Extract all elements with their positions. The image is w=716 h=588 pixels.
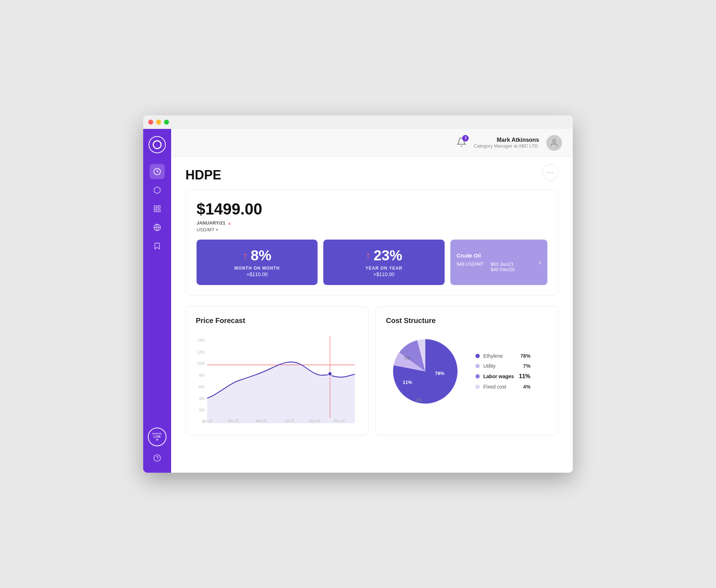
fixed-cost-dot (475, 385, 480, 389)
crude-oil-card[interactable]: Crude Oil $49 USD/MT $63 Jan/21 $40 Dec/… (450, 240, 547, 285)
utility-pct: 7% (518, 363, 531, 369)
svg-point-8 (553, 140, 556, 143)
user-role: Category Manager at ABC LTD. (474, 143, 539, 149)
crude-value-2: $63 Jan/21 $40 Dec/20 (491, 261, 515, 272)
svg-text:May-20: May-20 (256, 419, 267, 423)
mom-amount: +$110.00 (247, 271, 268, 277)
svg-rect-2 (154, 206, 156, 208)
topbar: 3 Mark Atkinsons Category Manager at ABC… (171, 129, 573, 157)
yoy-label: YEAR ON YEAR (366, 266, 402, 271)
pie-section: 78% 7% 11% 4% Ethylene 78% (386, 332, 548, 411)
sidebar-bottom: BEROE LiVE Ai (148, 428, 166, 466)
price-forecast-title: Price Forecast (196, 317, 358, 325)
sidebar-item-dashboard[interactable] (150, 164, 165, 179)
crude-value-1: $49 USD/MT (457, 261, 484, 272)
title-bar (143, 115, 573, 129)
cost-structure-title: Cost Structure (386, 317, 548, 325)
mom-arrow-icon: ↑ (243, 250, 248, 261)
pie-legend: Ethylene 78% Utility 7% (475, 353, 531, 390)
price-cards-row: ↑ 8% MONTH ON MONTH +$110.00 ↑ 23% (197, 240, 547, 285)
beroe-live-badge[interactable]: BEROE LiVE Ai (148, 428, 166, 446)
line-chart: 0 200 400 600 800 1000 1200 1400 (196, 332, 358, 425)
price-forecast-card: Price Forecast 0 200 400 600 800 1000 12… (185, 306, 368, 435)
legend-fixed-cost: Fixed cost 4% (475, 384, 531, 390)
app-window: BEROE LiVE Ai (143, 115, 573, 473)
yoy-percentage: ↑ 23% (366, 247, 402, 264)
mom-label: MONTH ON MONTH (234, 266, 280, 271)
year-on-year-card: ↑ 23% YEAR ON YEAR +$110.00 (323, 240, 444, 285)
sidebar-item-help[interactable] (150, 450, 165, 466)
sidebar: BEROE LiVE Ai (143, 129, 171, 473)
ethylene-dot (475, 354, 480, 358)
user-info: Mark Atkinsons Category Manager at ABC L… (474, 137, 539, 149)
svg-rect-4 (154, 209, 156, 212)
sidebar-item-cube[interactable] (150, 183, 165, 198)
svg-text:800: 800 (199, 373, 204, 377)
legend-ethylene: Ethylene 78% (475, 353, 531, 359)
page-area: HDPE ⋯ $1499.00 JANUARY/21 ▲ USD/MT ▾ (171, 157, 573, 473)
svg-text:7%: 7% (404, 356, 411, 361)
page-title: HDPE (185, 168, 221, 183)
sidebar-item-globe[interactable] (150, 220, 165, 235)
more-options-button[interactable]: ⋯ (542, 164, 558, 180)
main-content: 3 Mark Atkinsons Category Manager at ABC… (171, 129, 573, 473)
notification-count: 3 (462, 135, 469, 141)
yoy-arrow-icon: ↑ (366, 250, 371, 261)
crude-values: $49 USD/MT $63 Jan/21 $40 Dec/20 (457, 261, 515, 272)
svg-text:200: 200 (199, 408, 204, 412)
price-date: JANUARY/21 (197, 220, 225, 226)
yoy-amount: +$110.00 (373, 271, 395, 277)
svg-text:11%: 11% (403, 380, 412, 385)
ethylene-label: Ethylene (483, 353, 514, 359)
svg-rect-5 (158, 209, 160, 212)
crude-title: Crude Oil (457, 252, 515, 259)
chevron-down-icon: ▾ (216, 227, 218, 232)
app-body: BEROE LiVE Ai (143, 129, 573, 473)
svg-text:Jan-20: Jan-20 (202, 419, 213, 423)
legend-labor-wages: Labor wages 11% (475, 373, 531, 380)
labor-wages-dot (475, 374, 480, 379)
price-unit[interactable]: USD/MT ▾ (197, 227, 547, 232)
legend-utility: Utility 7% (475, 363, 531, 369)
month-on-month-card: ↑ 8% MONTH ON MONTH +$110.00 (197, 240, 318, 285)
user-name: Mark Atkinsons (474, 137, 539, 143)
price-value: $1499.00 (197, 200, 547, 218)
svg-text:1200: 1200 (197, 350, 205, 354)
svg-text:78%: 78% (435, 371, 444, 376)
utility-dot (475, 364, 480, 368)
notification-bell[interactable]: 3 (456, 137, 466, 149)
sidebar-item-bookmark[interactable] (150, 238, 165, 254)
maximize-button[interactable] (164, 120, 169, 125)
svg-text:Nov-20: Nov-20 (334, 419, 345, 423)
svg-rect-3 (158, 206, 160, 208)
price-section: $1499.00 JANUARY/21 ▲ USD/MT ▾ ↑ (185, 190, 558, 295)
cost-structure-card: Cost Structure (376, 306, 558, 435)
labor-wages-label: Labor wages (483, 373, 514, 379)
labor-wages-pct: 11% (518, 373, 531, 380)
sidebar-logo (149, 136, 166, 153)
crude-card-content: Crude Oil $49 USD/MT $63 Jan/21 $40 Dec/… (457, 252, 515, 272)
svg-text:Sep-20: Sep-20 (309, 419, 320, 423)
price-date-row: JANUARY/21 ▲ (197, 220, 547, 226)
close-button[interactable] (148, 120, 153, 125)
svg-point-0 (153, 141, 161, 149)
sidebar-item-grid[interactable] (150, 201, 165, 216)
svg-text:1400: 1400 (197, 338, 205, 342)
minimize-button[interactable] (156, 120, 161, 125)
svg-text:Jul-20: Jul-20 (285, 419, 294, 423)
pie-chart: 78% 7% 11% 4% (386, 332, 465, 411)
user-avatar[interactable] (546, 135, 562, 151)
svg-point-20 (328, 372, 332, 376)
crude-chevron-icon: › (538, 258, 541, 266)
utility-label: Utility (483, 363, 514, 369)
mom-percentage: ↑ 8% (243, 247, 271, 264)
price-trend-icon: ▲ (227, 221, 231, 225)
svg-text:400: 400 (199, 396, 204, 401)
svg-text:Mar-20: Mar-20 (228, 419, 239, 423)
ethylene-pct: 78% (518, 353, 531, 359)
svg-text:4%: 4% (416, 398, 422, 403)
charts-row: Price Forecast 0 200 400 600 800 1000 12… (185, 306, 558, 435)
svg-text:1000: 1000 (197, 361, 205, 366)
svg-text:600: 600 (199, 385, 204, 389)
fixed-cost-pct: 4% (518, 384, 531, 390)
